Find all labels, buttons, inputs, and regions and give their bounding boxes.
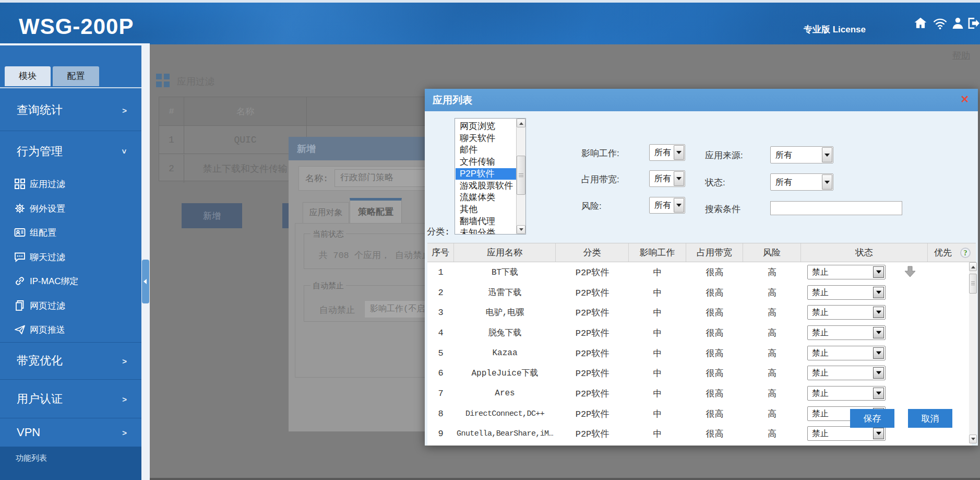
- status-select[interactable]: 禁止: [807, 426, 886, 441]
- sidebar-section-user-auth[interactable]: 用户认证 >: [0, 379, 141, 418]
- app-logo: WSG-200P: [19, 14, 134, 39]
- user-icon[interactable]: [951, 16, 965, 31]
- dropdown-arrow-icon: [822, 147, 832, 162]
- tab-app-target[interactable]: 应用对象: [303, 202, 349, 224]
- sidebar-section-bandwidth[interactable]: 带宽优化 >: [0, 342, 141, 379]
- search-label: 搜索条件: [705, 203, 740, 215]
- help-link[interactable]: 帮助: [952, 50, 970, 62]
- status-select[interactable]: 禁止: [807, 305, 886, 320]
- sidebar-item-label: 聊天过滤: [30, 251, 65, 263]
- cell-bandwidth: 很高: [686, 424, 743, 444]
- filter-impact-select[interactable]: 所有: [649, 144, 685, 161]
- cell-seq: 3: [427, 302, 454, 323]
- filter-status-select[interactable]: 所有: [770, 173, 833, 191]
- category-option[interactable]: 文件传输: [456, 156, 516, 168]
- filter-risk-select[interactable]: 所有: [649, 197, 685, 214]
- category-option[interactable]: 聊天软件: [456, 133, 516, 144]
- filter-bandwidth-select[interactable]: 所有: [649, 170, 685, 187]
- policy-cell-index: 1: [159, 126, 184, 154]
- page-title: 应用过滤: [177, 75, 214, 88]
- cell-impact: 中: [629, 343, 686, 364]
- category-listbox[interactable]: 网页浏览聊天软件邮件文件传输P2P软件游戏股票软件流媒体类其他翻墙代理未知分类: [455, 118, 526, 235]
- sidebar-section-label: 查询统计: [17, 102, 63, 118]
- status-select[interactable]: 禁止: [807, 265, 886, 279]
- cell-seq: 6: [427, 363, 454, 383]
- sidebar-item-聊天过滤[interactable]: 聊天过滤: [0, 245, 141, 269]
- sidebar-tab-module[interactable]: 模块: [5, 66, 51, 86]
- sidebar-tab-config[interactable]: 配置: [53, 66, 99, 86]
- cell-impact: 中: [629, 363, 686, 383]
- category-option[interactable]: 未知分类: [456, 227, 516, 235]
- status-select[interactable]: 禁止: [807, 285, 886, 300]
- cell-name: 脱兔下载: [454, 323, 556, 343]
- search-input[interactable]: [770, 201, 902, 215]
- category-option[interactable]: 网页浏览: [456, 121, 516, 132]
- listbox-scrollbar[interactable]: [516, 119, 525, 234]
- cancel-button[interactable]: 取消: [908, 409, 952, 428]
- sidebar-section-behavior-mgmt[interactable]: 行为管理 >: [0, 131, 141, 172]
- sidebar: 模块 配置 查询统计 > 行为管理 > 应用过滤例外设置组配置聊天过滤IP-MA…: [0, 45, 141, 480]
- status-select[interactable]: 禁止: [807, 386, 886, 401]
- sidebar-item-应用过滤[interactable]: 应用过滤: [0, 172, 141, 196]
- sidebar-item-组配置[interactable]: 组配置: [0, 220, 141, 244]
- scroll-down-icon[interactable]: [969, 435, 977, 443]
- sidebar-section-query-stats[interactable]: 查询统计 >: [0, 90, 141, 131]
- sidebar-item-IP-MAC绑定[interactable]: IP-MAC绑定: [0, 269, 141, 293]
- app-table-row: 1BT下载P2P软件中很高高禁止: [427, 262, 972, 283]
- sidebar-item-例外设置[interactable]: 例外设置: [0, 196, 141, 220]
- close-icon[interactable]: ✕: [959, 93, 971, 106]
- select-value: 禁止: [812, 327, 829, 338]
- cell-bandwidth: 很高: [686, 302, 743, 323]
- logout-icon[interactable]: [966, 16, 980, 31]
- grid-icon: [14, 178, 26, 190]
- bottom-strip: [150, 478, 980, 480]
- sidebar-submenu: 应用过滤例外设置组配置聊天过滤IP-MAC绑定网页过滤网页推送: [0, 172, 141, 342]
- group-legend: 当前状态: [310, 229, 346, 239]
- cell-impact: 中: [629, 323, 686, 343]
- sidebar-section-label: VPN: [17, 426, 40, 439]
- app-table-row: 5KazaaP2P软件中很高高禁止: [427, 343, 972, 364]
- sidebar-tab-underline: [0, 87, 141, 88]
- app-list-dialog: 应用列表 ✕ 分类: 网页浏览聊天软件邮件文件传输P2P软件游戏股票软件流媒体类…: [425, 89, 978, 446]
- sidebar-collapse-handle[interactable]: [142, 260, 149, 303]
- auto-ban-label: 自动禁止: [319, 304, 355, 316]
- home-icon[interactable]: [914, 16, 927, 31]
- add-policy-button[interactable]: 新增: [182, 203, 242, 228]
- dropdown-arrow-icon: [674, 171, 684, 186]
- category-option[interactable]: 翻墙代理: [456, 216, 516, 227]
- app-col-header: 优先?: [928, 243, 976, 262]
- table-scrollbar[interactable]: [969, 262, 977, 443]
- category-option[interactable]: 其他: [456, 204, 516, 215]
- select-value: 禁止: [812, 307, 829, 318]
- sidebar-section-vpn[interactable]: VPN >: [0, 418, 141, 447]
- category-option[interactable]: 游戏股票软件: [456, 180, 516, 192]
- wifi-icon[interactable]: [933, 16, 947, 31]
- select-value: 所有: [654, 200, 671, 211]
- sidebar-item-网页推送[interactable]: 网页推送: [0, 318, 141, 342]
- scroll-up-icon[interactable]: [969, 262, 977, 271]
- category-option[interactable]: 邮件: [456, 144, 516, 156]
- status-select[interactable]: 禁止: [807, 325, 886, 340]
- cell-risk: 高: [743, 323, 801, 343]
- scroll-up-icon[interactable]: [517, 119, 525, 127]
- category-option[interactable]: P2P软件: [456, 168, 516, 180]
- filter-source-select[interactable]: 所有: [770, 146, 833, 163]
- category-option[interactable]: 流媒体类: [456, 192, 516, 203]
- name-label: 名称:: [305, 172, 328, 184]
- priority-down-icon[interactable]: [903, 265, 917, 278]
- app-list-dialog-titlebar: 应用列表: [425, 89, 978, 111]
- select-value: 禁止: [812, 267, 829, 278]
- status-select[interactable]: 禁止: [807, 346, 886, 360]
- scrollbar-thumb[interactable]: [969, 274, 977, 294]
- scrollbar-thumb[interactable]: [517, 156, 525, 195]
- cell-seq: 2: [427, 283, 454, 303]
- status-select[interactable]: 禁止: [807, 366, 886, 380]
- cell-name: 电驴,电骡: [454, 302, 556, 323]
- scroll-down-icon[interactable]: [517, 225, 525, 234]
- sidebar-item-网页过滤[interactable]: 网页过滤: [0, 294, 141, 318]
- help-icon[interactable]: ?: [960, 248, 971, 258]
- app-table-header: 序号应用名称分类影响工作占用带宽风险状态优先?: [427, 243, 976, 262]
- save-button[interactable]: 保存: [850, 409, 894, 428]
- cell-category: P2P软件: [556, 383, 629, 404]
- tab-policy-config[interactable]: 策略配置: [350, 198, 402, 224]
